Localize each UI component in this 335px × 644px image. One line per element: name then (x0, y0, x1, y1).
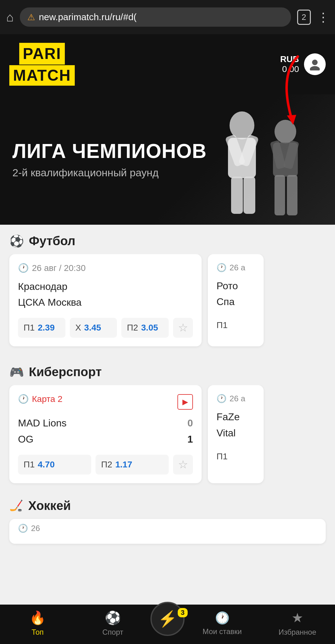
balance-amount: 0.00 (280, 64, 299, 74)
nav-center-wrapper: ⚡ 3 (150, 611, 185, 636)
balance-currency: RUB (280, 54, 299, 64)
football-title: Футбол (29, 234, 75, 248)
nav-item-mybets[interactable]: 🕐 Мои ставки (185, 611, 260, 636)
hockey-section: 🏒 Хоккей 🕐 26 (0, 493, 335, 544)
hockey-clock-partial: 🕐 (18, 524, 28, 533)
odd-label-x: Х (75, 323, 81, 333)
favorite-btn-esports[interactable]: ☆ (173, 455, 193, 475)
hockey-icon: 🏒 (9, 499, 23, 512)
football-match-card-1: 🕐 26 авг / 20:30 Краснодар ЦСКА Москва П… (9, 254, 202, 346)
nav-center-button[interactable]: ⚡ (150, 602, 185, 636)
esports-partial-time: 🕐 26 а (217, 394, 255, 403)
hockey-partial-time: 🕐 26 (18, 524, 40, 533)
browser-bar: ⌂ ⚠ new.parimatch.ru/ru/#d( 2 ⋮ (0, 0, 335, 34)
football-section: ⚽ Футбол 🕐 26 авг / 20:30 Краснодар ЦСКА… (0, 225, 335, 356)
clock-icon-1: 🕐 (18, 263, 29, 273)
odd-label-p1: П1 (24, 323, 35, 333)
match-time-text-1: 26 авг / 20:30 (32, 263, 86, 273)
odd-btn-p2[interactable]: П2 3.05 (121, 318, 169, 338)
play-triangle: ▶ (182, 398, 188, 406)
stream-icon[interactable]: ▶ (177, 394, 193, 410)
partial-teams: Рото Спа (217, 278, 255, 310)
hockey-section-header: 🏒 Хоккей (0, 499, 335, 519)
nav-sport-icon: ⚽ (105, 610, 121, 625)
odd-btn-p1[interactable]: П1 2.39 (18, 318, 65, 338)
football-section-header: ⚽ Футбол (0, 234, 335, 254)
esports-partial-team2: Vital (217, 425, 255, 441)
esports-match-time: 🕐 Карта 2 (18, 394, 62, 404)
banner: ЛИГА ЧЕМПИОНОВ 2-й квалификационный раун… (0, 94, 335, 225)
esports-icon: 🎮 (9, 365, 24, 379)
header-right: RUB 0.00 (280, 53, 326, 75)
svg-point-9 (275, 120, 296, 143)
match-time-1: 🕐 26 авг / 20:30 (18, 263, 193, 273)
esports-team1-name: MAD Lions (18, 415, 67, 431)
nav-top-icon: 🔥 (29, 610, 46, 625)
svg-point-2 (310, 66, 320, 70)
logo-match-text: MATCH (13, 67, 71, 84)
browser-home-icon[interactable]: ⌂ (6, 10, 14, 24)
hockey-card-partial: 🕐 26 (9, 519, 326, 544)
main-content: ⚽ Футбол 🕐 26 авг / 20:30 Краснодар ЦСКА… (0, 225, 335, 593)
svg-rect-7 (231, 177, 243, 214)
partial-odd-label: П1 (217, 320, 228, 330)
esports-section: 🎮 Киберспорт 🕐 Карта 2 ▶ MAD Lions (0, 356, 335, 492)
odd-btn-x[interactable]: Х 3.45 (70, 318, 117, 338)
nav-item-sport[interactable]: ⚽ Спорт (75, 610, 151, 637)
logo: PARI MATCH (9, 43, 75, 86)
nav-center-icon: ⚡ (158, 610, 177, 628)
team2-name: ЦСКА Москва (18, 295, 193, 310)
esports-odd-label-p1: П1 (24, 460, 35, 470)
esports-partial-team1: FaZe (217, 409, 255, 425)
odd-value-p2: 3.05 (141, 323, 158, 333)
browser-tabs-count[interactable]: 2 (297, 10, 311, 25)
nav-sport-label: Спорт (102, 628, 123, 637)
partial-time-text: 26 а (230, 263, 245, 272)
esports-clock-icon: 🕐 (18, 394, 29, 404)
esports-score2: 1 (187, 434, 193, 445)
esports-card-header: 🕐 Карта 2 ▶ (18, 394, 193, 410)
football-match-card-partial: 🕐 26 а Рото Спа П1 (208, 254, 264, 346)
esports-odd-value-p1: 4.70 (38, 460, 55, 470)
favorite-btn-1[interactable]: ☆ (173, 318, 193, 338)
football-cards-scroll: 🕐 26 авг / 20:30 Краснодар ЦСКА Москва П… (0, 254, 335, 356)
partial-team2: Спа (217, 294, 255, 310)
esports-partial-teams: FaZe Vital (217, 409, 255, 441)
balance-block: RUB 0.00 (280, 54, 299, 74)
browser-address-bar[interactable]: ⚠ new.parimatch.ru/ru/#d( (20, 7, 291, 27)
browser-warning-icon: ⚠ (27, 12, 35, 22)
nav-mybets-icon: 🕐 (215, 611, 230, 625)
esports-match-card-1: 🕐 Карта 2 ▶ MAD Lions 0 OG 1 (9, 385, 202, 483)
esports-odd-btn-p1[interactable]: П1 4.70 (18, 455, 91, 475)
teams-block-1: Краснодар ЦСКА Москва (18, 279, 193, 310)
esports-odd-btn-p2[interactable]: П2 1.17 (96, 455, 169, 475)
user-avatar[interactable] (304, 53, 326, 75)
nav-favorites-label: Избранное (279, 628, 316, 637)
esports-partial-odds: П1 (217, 448, 255, 465)
team1-name: Краснодар (18, 279, 193, 295)
logo-pari-text: PARI (23, 45, 61, 62)
banner-title: ЛИГА ЧЕМПИОНОВ (12, 140, 207, 162)
esports-score1: 0 (187, 417, 193, 429)
nav-item-top[interactable]: 🔥 Топ (0, 610, 75, 637)
esports-teams-block: MAD Lions 0 OG 1 (18, 415, 193, 447)
odd-value-x: 3.45 (84, 323, 101, 333)
banner-subtitle: 2-й квалификационный раунд (12, 167, 207, 179)
nav-item-favorites[interactable]: ★ Избранное (260, 610, 335, 637)
odd-value-p1: 2.39 (38, 323, 55, 333)
odds-row-1: П1 2.39 Х 3.45 П2 3.05 ☆ (18, 318, 193, 338)
nav-center-badge: 3 (178, 608, 188, 617)
app-header: PARI MATCH RUB 0.00 (0, 34, 335, 94)
esports-team1-row: MAD Lions 0 (18, 415, 193, 431)
esports-partial-time-text: 26 а (230, 394, 245, 403)
partial-odds: П1 (217, 317, 255, 333)
browser-menu-icon[interactable]: ⋮ (317, 10, 329, 24)
svg-point-1 (312, 60, 318, 65)
odd-label-p2: П2 (127, 323, 138, 333)
svg-rect-8 (243, 177, 255, 214)
hockey-title: Хоккей (28, 499, 71, 513)
esports-odd-label-p2: П2 (101, 460, 112, 470)
banner-text: ЛИГА ЧЕМПИОНОВ 2-й квалификационный раун… (12, 140, 207, 178)
esports-partial-odd-label: П1 (217, 452, 228, 461)
partial-team1: Рото (217, 278, 255, 294)
